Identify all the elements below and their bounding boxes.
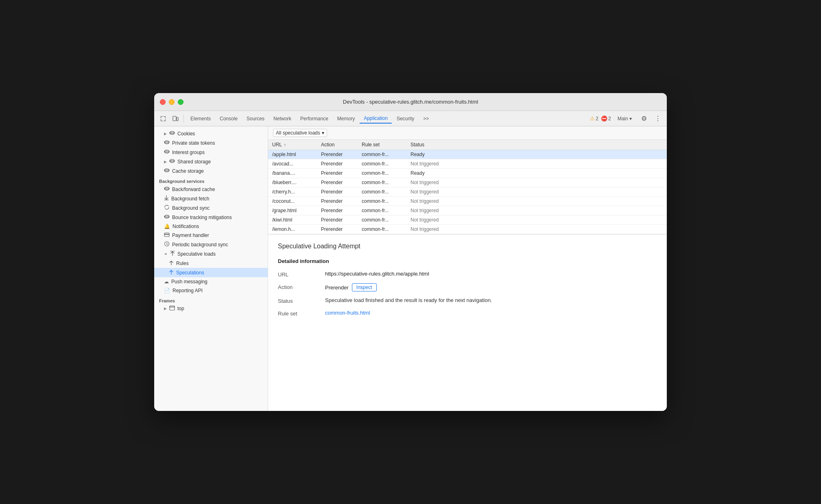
more-options-icon[interactable]: ⋮ [652, 113, 664, 124]
svg-point-11 [170, 133, 175, 134]
sidebar-item-background-sync[interactable]: Background sync [154, 203, 268, 213]
svg-point-16 [170, 159, 175, 163]
cell-ruleset: common-fr... [358, 197, 406, 206]
filter-label: All speculative loads [276, 130, 320, 136]
tab-application[interactable]: Application [360, 114, 392, 124]
sidebar-item-cookies[interactable]: ▶ Cookies [154, 129, 268, 138]
table-row[interactable]: /grape.htmlPrerendercommon-fr...Not trig… [268, 206, 667, 215]
sidebar-item-reporting-api[interactable]: 📄 Reporting API [154, 286, 268, 295]
sidebar-item-notifications[interactable]: 🔔 Notifications [154, 222, 268, 231]
cell-status: Not triggered [406, 215, 667, 225]
detail-section-title: Detailed information [278, 258, 657, 264]
sidebar-item-periodic-background-sync[interactable]: Periodic background sync [154, 240, 268, 249]
device-toggle-icon[interactable] [170, 113, 181, 124]
cell-action: Prerender [317, 150, 358, 159]
detail-url-value: https://speculative-rules.glitch.me/appl… [325, 271, 657, 278]
cell-status: Not triggered [406, 187, 667, 197]
table-row[interactable]: /blueberr....Prerendercommon-fr...Not tr… [268, 178, 667, 187]
table-row[interactable]: /kiwi.htmlPrerendercommon-fr...Not trigg… [268, 215, 667, 225]
cursor-icon[interactable] [157, 113, 169, 124]
svg-point-18 [164, 169, 169, 172]
table-row[interactable]: /coconut...Prerendercommon-fr...Not trig… [268, 197, 667, 206]
svg-point-22 [164, 215, 169, 218]
tab-security[interactable]: Security [393, 114, 418, 123]
sidebar-item-speculative-loads[interactable]: ▼ Speculative loads [154, 249, 268, 259]
col-status[interactable]: Status [406, 140, 667, 150]
sidebar-item-interest-groups[interactable]: Interest groups [154, 148, 268, 157]
warning-count[interactable]: ⚠ 2 [590, 115, 598, 122]
cache-storage-label: Cache storage [172, 168, 204, 174]
tab-elements[interactable]: Elements [186, 114, 215, 123]
sidebar-item-speculations[interactable]: Speculations [154, 268, 268, 277]
cell-action: Prerender [317, 225, 358, 234]
sidebar-item-rules[interactable]: Rules [154, 259, 268, 268]
cell-url: /cherry.h... [268, 187, 317, 197]
shared-storage-label: Shared storage [177, 159, 211, 165]
tab-network[interactable]: Network [269, 114, 295, 123]
sidebar-item-private-state-tokens[interactable]: Private state tokens [154, 138, 268, 148]
window-title: DevTools - speculative-rules.glitch.me/c… [343, 99, 478, 105]
rules-icon [169, 260, 174, 267]
cookies-expand-arrow: ▶ [164, 132, 167, 136]
svg-rect-27 [170, 306, 175, 310]
table-row[interactable]: /avocad...Prerendercommon-fr...Not trigg… [268, 159, 667, 169]
main-panel: All speculative loads ▾ URL ↑ Act [268, 126, 667, 411]
tab-sources[interactable]: Sources [242, 114, 269, 123]
col-url[interactable]: URL ↑ [268, 140, 317, 150]
cell-url: /blueberr.... [268, 178, 317, 187]
speculations-table: URL ↑ Action Rule set Status [268, 140, 667, 234]
traffic-lights [160, 99, 183, 105]
col-action[interactable]: Action [317, 140, 358, 150]
tab-performance[interactable]: Performance [296, 114, 332, 123]
svg-rect-1 [161, 116, 161, 118]
tab-memory[interactable]: Memory [333, 114, 359, 123]
tab-more[interactable]: >> [419, 114, 433, 123]
cell-action: Prerender [317, 187, 358, 197]
error-count[interactable]: ⛔ 2 [601, 115, 611, 122]
detail-panel: Speculative Loading Attempt Detailed inf… [268, 235, 667, 411]
error-icon: ⛔ [601, 115, 607, 122]
inspect-button[interactable]: Inspect [352, 283, 377, 291]
sidebar-item-cache-storage[interactable]: Cache storage [154, 166, 268, 176]
cell-status: Ready [406, 150, 667, 159]
cell-status: Not triggered [406, 197, 667, 206]
reporting-api-label: Reporting API [172, 288, 203, 293]
sidebar-item-push-messaging[interactable]: ☁ Push messaging [154, 277, 268, 286]
background-fetch-icon [164, 195, 169, 202]
toolbar: Elements Console Sources Network Perform… [154, 111, 667, 126]
table-row[interactable]: /banana....Prerendercommon-fr...Ready [268, 169, 667, 178]
cell-status: Not triggered [406, 178, 667, 187]
sidebar-item-payment-handler[interactable]: Payment handler [154, 231, 268, 240]
sidebar-item-shared-storage[interactable]: ▶ Shared storage [154, 157, 268, 166]
rules-label: Rules [176, 261, 189, 266]
cell-status: Not triggered [406, 159, 667, 169]
table-row[interactable]: /lemon.h...Prerendercommon-fr...Not trig… [268, 225, 667, 234]
cell-status: Ready [406, 169, 667, 178]
main-dropdown-arrow: ▾ [629, 116, 632, 122]
sidebar-item-top[interactable]: ▶ top [154, 304, 268, 313]
svg-point-10 [170, 131, 175, 135]
settings-icon[interactable]: ⚙ [638, 113, 650, 124]
shared-storage-icon [169, 158, 175, 165]
table-row[interactable]: /apple.htmlPrerendercommon-fr...Ready [268, 150, 667, 159]
private-state-tokens-icon [164, 139, 170, 146]
tab-console[interactable]: Console [216, 114, 242, 123]
ruleset-link[interactable]: common-fruits.html [325, 310, 370, 316]
minimize-button[interactable] [169, 99, 175, 105]
sidebar-item-background-fetch[interactable]: Background fetch [154, 194, 268, 203]
speculative-loads-label: Speculative loads [177, 251, 216, 257]
url-label: URL [278, 271, 319, 278]
filter-dropdown[interactable]: All speculative loads ▾ [273, 129, 327, 137]
main-dropdown[interactable]: Main ▾ [614, 114, 636, 123]
cell-ruleset: common-fr... [358, 169, 406, 178]
sidebar-item-bounce-tracking[interactable]: Bounce tracking mitigations [154, 213, 268, 222]
sidebar-item-back-forward-cache[interactable]: Back/forward cache [154, 185, 268, 194]
interest-groups-icon [164, 149, 170, 156]
close-button[interactable] [160, 99, 166, 105]
url-sort-arrow: ↑ [284, 143, 286, 147]
svg-point-21 [164, 188, 169, 189]
table-row[interactable]: /cherry.h...Prerendercommon-fr...Not tri… [268, 187, 667, 197]
background-sync-label: Background sync [172, 205, 210, 211]
maximize-button[interactable] [178, 99, 183, 105]
col-rule-set[interactable]: Rule set [358, 140, 406, 150]
